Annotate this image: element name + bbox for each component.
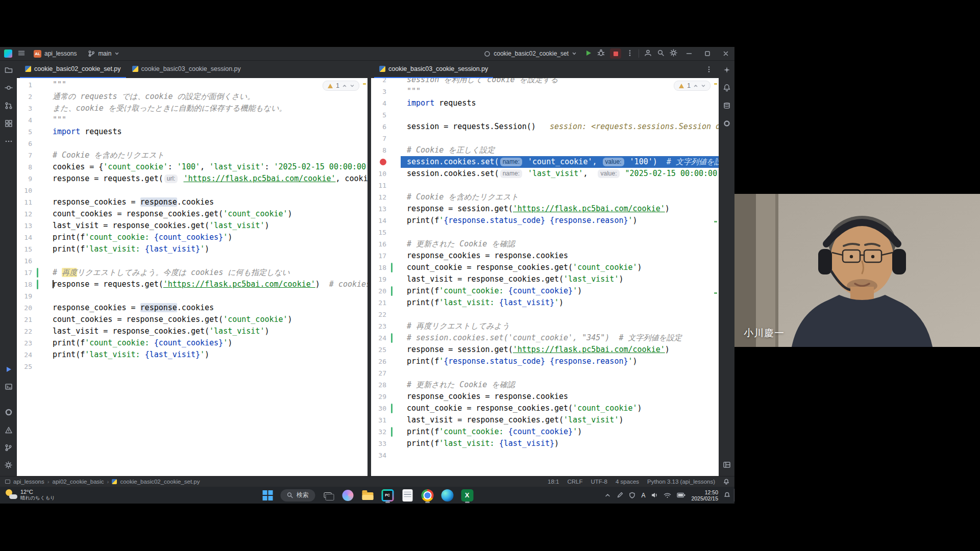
- line-number[interactable]: 13: [17, 220, 32, 232]
- run-configuration-selector[interactable]: cookie_basic02_cookie_set: [481, 49, 580, 58]
- taskbar-search[interactable]: 検索: [280, 489, 315, 502]
- code-line[interactable]: 12# Cookie を含めたリクエスト: [371, 191, 719, 203]
- line-number[interactable]: 19: [17, 290, 32, 302]
- code-line[interactable]: 4import requests: [371, 97, 719, 109]
- code-line[interactable]: 22: [371, 309, 719, 320]
- code-text[interactable]: response = session.get('https://flask.pc…: [401, 203, 719, 215]
- code-line[interactable]: 23print(f'count_cookie: {count_cookies}'…: [17, 337, 368, 349]
- code-text[interactable]: session.cookies.set(name: 'count_cookie'…: [401, 156, 719, 168]
- code-text[interactable]: print(f'last_visit: {last_visit}'): [46, 243, 368, 255]
- code-text[interactable]: # 更新された Cookie を確認: [401, 379, 719, 391]
- editor-options-button[interactable]: [702, 61, 716, 78]
- code-line[interactable]: 13last_visit = response_cookies.get('las…: [17, 220, 368, 232]
- chrome-button[interactable]: [420, 488, 434, 503]
- inspections-widget[interactable]: 1: [323, 81, 359, 91]
- breadcrumb-project[interactable]: api_lessons: [13, 479, 44, 485]
- notification-bell-icon[interactable]: [724, 492, 730, 498]
- code-text[interactable]: response_cookies = response.cookies: [46, 302, 368, 314]
- code-line[interactable]: 32print(f'count_cookie: {count_cookie}'): [371, 426, 719, 438]
- editor-splitter[interactable]: [368, 61, 371, 476]
- code-text[interactable]: print(f'{response.status_code} {response…: [401, 356, 719, 367]
- code-text[interactable]: # 再度リクエストしてみよう: [401, 320, 719, 332]
- code-text[interactable]: count_cookies = response_cookies.get('co…: [46, 314, 368, 325]
- code-text[interactable]: last_visit = response_cookies.get('last_…: [46, 325, 368, 337]
- line-number[interactable]: 19: [371, 273, 386, 285]
- more-run-actions-button[interactable]: [626, 49, 633, 58]
- code-text[interactable]: 通常の requests では、cookie の設定が面倒くさい。: [46, 91, 368, 103]
- speaker-icon[interactable]: [651, 492, 658, 498]
- weather-widget[interactable]: 12°C 晴れのちくもり: [5, 488, 55, 500]
- line-number[interactable]: 10: [17, 185, 32, 196]
- code-line[interactable]: 5: [371, 109, 719, 121]
- line-number[interactable]: 6: [371, 121, 386, 133]
- code-line[interactable]: 15: [371, 227, 719, 238]
- line-number[interactable]: 34: [371, 449, 386, 461]
- line-number[interactable]: 18: [371, 262, 386, 273]
- chevron-up-icon[interactable]: [604, 492, 611, 498]
- code-text[interactable]: [46, 361, 368, 372]
- pycharm-taskbar-button[interactable]: PC: [380, 488, 395, 503]
- line-number[interactable]: 1: [17, 79, 32, 91]
- tab-cookie-basic02[interactable]: cookie_basic02_cookie_set.py: [20, 61, 126, 78]
- run-button[interactable]: [585, 49, 592, 58]
- breadcrumb-folder[interactable]: api02_cookie_basic: [53, 479, 104, 485]
- profile-button[interactable]: [644, 49, 652, 58]
- code-text[interactable]: print(f'count_cookie: {count_cookies}'): [46, 232, 368, 243]
- line-number[interactable]: 21: [17, 314, 32, 325]
- code-text[interactable]: [46, 185, 368, 196]
- breakpoint-dot[interactable]: [380, 159, 386, 165]
- line-number[interactable]: 21: [371, 297, 386, 309]
- code-line[interactable]: 8# Cookie を正しく設定: [371, 144, 719, 156]
- code-text[interactable]: print(f'{response.status_code} {response…: [401, 215, 719, 227]
- code-line[interactable]: 14print(f'{response.status_code} {respon…: [371, 215, 719, 227]
- line-number[interactable]: 3: [17, 103, 32, 114]
- code-text[interactable]: [46, 138, 368, 149]
- tab-cookie-session[interactable]: cookie_basic03_cookie_session.py: [374, 61, 493, 78]
- copilot-button[interactable]: [340, 488, 355, 503]
- code-line[interactable]: 19: [17, 290, 368, 302]
- code-line[interactable]: 19last_visit = response_cookies.get('las…: [371, 273, 719, 285]
- line-number[interactable]: 11: [371, 180, 386, 191]
- code-line[interactable]: 18count_cookie = response_cookies.get('c…: [371, 262, 719, 273]
- shield-icon[interactable]: [629, 492, 635, 498]
- code-line[interactable]: 10: [17, 185, 368, 196]
- line-number[interactable]: 2: [17, 91, 32, 103]
- code-line[interactable]: 8cookies = {'count_cookie': '100', 'last…: [17, 161, 368, 173]
- line-number[interactable]: 18: [17, 279, 32, 290]
- code-text[interactable]: response_cookies = response.cookies: [46, 196, 368, 208]
- code-text[interactable]: import requests: [401, 97, 719, 109]
- code-text[interactable]: [401, 180, 719, 191]
- code-text[interactable]: last_visit = response_cookies.get('last_…: [401, 273, 719, 285]
- code-line[interactable]: 6session = requests.Session() session: <…: [371, 121, 719, 133]
- code-line[interactable]: 24print(f'last_visit: {last_visit}'): [17, 349, 368, 361]
- commit-tool-button[interactable]: [5, 84, 13, 94]
- code-line[interactable]: 27: [371, 367, 719, 379]
- caret-position[interactable]: 18:1: [548, 479, 559, 485]
- run-tool-button[interactable]: [5, 366, 12, 375]
- ime-indicator[interactable]: A: [641, 492, 645, 499]
- code-text[interactable]: count_cookies = response_cookies.get('co…: [46, 208, 368, 220]
- code-line[interactable]: 28# 更新された Cookie を確認: [371, 379, 719, 391]
- code-text[interactable]: [401, 227, 719, 238]
- file-encoding[interactable]: UTF-8: [591, 479, 607, 485]
- line-number[interactable]: 22: [17, 325, 32, 337]
- code-text[interactable]: また、cookie を受け取ったときに自動的に保存する機能もない。: [46, 103, 368, 114]
- inlay-hint[interactable]: url:: [164, 174, 178, 183]
- code-text[interactable]: response_cookies = response.cookies: [401, 391, 719, 403]
- line-number[interactable]: 15: [17, 243, 32, 255]
- version-control-tool-button[interactable]: [5, 444, 12, 454]
- code-text[interactable]: # Cookie を含めたリクエスト: [401, 191, 719, 203]
- line-number[interactable]: 17: [371, 250, 386, 262]
- line-number[interactable]: 25: [371, 344, 386, 356]
- code-line[interactable]: 5import requests: [17, 126, 368, 138]
- code-text[interactable]: [46, 290, 368, 302]
- code-line[interactable]: 7: [371, 133, 719, 144]
- error-stripe[interactable]: [713, 78, 719, 476]
- code-text[interactable]: print(f'last_visit: {last_visit}'): [46, 349, 368, 361]
- code-text[interactable]: cookies = {'count_cookie': '100', 'last_…: [46, 161, 368, 173]
- line-number[interactable]: 3: [371, 86, 386, 97]
- line-number[interactable]: 5: [17, 126, 32, 138]
- line-number[interactable]: 7: [17, 149, 32, 161]
- line-separator[interactable]: CRLF: [567, 479, 582, 485]
- code-text[interactable]: # Cookie を正しく設定: [401, 144, 719, 156]
